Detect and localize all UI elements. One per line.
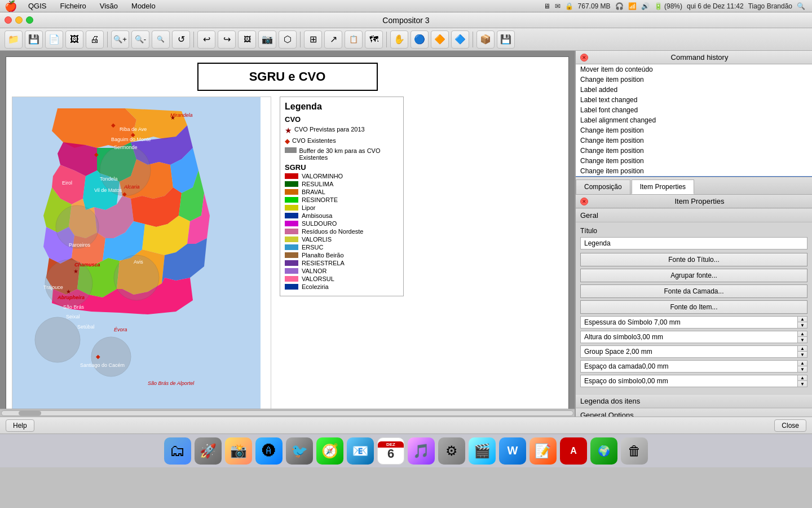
menu-visao[interactable]: Visão [98, 2, 120, 10]
list-item[interactable]: Label added [576, 85, 812, 95]
canvas-area[interactable]: SGRU e CVO [0, 51, 575, 417]
altura-simbolo-spinner[interactable]: ▲ ▼ [798, 331, 807, 343]
menu-modelo[interactable]: Modelo [129, 2, 158, 10]
close-button[interactable] [5, 16, 12, 24]
list-item[interactable]: Change item position [576, 75, 812, 85]
redo-button[interactable]: ↪ [218, 30, 236, 49]
dock-pages[interactable]: 📝 [529, 437, 557, 465]
shape-button[interactable]: ⬡ [279, 30, 297, 49]
spinner-down[interactable]: ▼ [798, 366, 807, 372]
arrow-button[interactable]: ↗ [324, 30, 342, 49]
save-button[interactable]: 💾 [25, 30, 43, 49]
spinner-up[interactable]: ▲ [798, 375, 807, 381]
dock-birdfeed[interactable]: 🐦 [286, 437, 313, 465]
refresh-button[interactable]: ↺ [172, 30, 190, 49]
pan-button[interactable]: ✋ [390, 30, 408, 49]
fonte-titulo-button[interactable]: Fonte do Título... [580, 253, 807, 266]
minimize-button[interactable] [15, 16, 23, 24]
spinner-up[interactable]: ▲ [798, 317, 807, 322]
command-history-list[interactable]: Mover item do conteúdo Change item posit… [576, 64, 812, 177]
select-button[interactable]: 🔵 [411, 30, 429, 49]
dock-photos[interactable]: 📸 [225, 437, 252, 465]
agrupar-fonte-button[interactable]: Agrupar fonte... [580, 269, 807, 282]
legenda-itens-section-header[interactable]: Legenda dos itens [576, 394, 812, 408]
map-button[interactable]: 🗺 [365, 30, 383, 49]
dock-acrobat[interactable]: A [560, 437, 587, 465]
list-item[interactable]: Change item position [576, 166, 812, 176]
legend-item: BRAVAL [285, 189, 399, 195]
menu-ficheiro[interactable]: Ficheiro [58, 2, 89, 10]
espessura-simbolo-input[interactable]: Espessura do Símbolo 7,00 mm [580, 316, 798, 329]
spinner-down[interactable]: ▼ [798, 337, 807, 343]
close-button[interactable]: Close [774, 419, 806, 432]
espaco-camada-spinner[interactable]: ▲ ▼ [798, 360, 807, 373]
tab-composicao[interactable]: Composição [576, 179, 630, 194]
espaco-camada-input[interactable]: Espaço da camada0,00 mm [580, 360, 798, 373]
resize-button[interactable]: 🔷 [451, 30, 469, 49]
export-button[interactable]: 💾 [497, 30, 515, 49]
espaco-simbolo-spinner[interactable]: ▲ ▼ [798, 375, 807, 387]
dock-safari[interactable]: 🧭 [316, 437, 343, 465]
espessura-simbolo-spinner[interactable]: ▲ ▼ [798, 316, 807, 329]
general-options-section-header[interactable]: General Options [576, 408, 812, 417]
dock-appstore[interactable]: 🅐 [255, 437, 283, 465]
group-space-spinner[interactable]: ▲ ▼ [798, 345, 807, 358]
dock-word[interactable]: W [499, 437, 526, 465]
list-item[interactable]: Label alignment changed [576, 115, 812, 125]
group-button[interactable]: 📦 [476, 30, 495, 49]
screenshot-button[interactable]: 📷 [258, 30, 276, 49]
list-item[interactable]: Change item position [576, 156, 812, 166]
tab-item-properties[interactable]: Item Properties [632, 179, 694, 194]
menu-qgis[interactable]: QGIS [26, 2, 49, 10]
fonte-camada-button[interactable]: Fonte da Camada... [580, 284, 807, 298]
move-button[interactable]: 🔶 [431, 30, 449, 49]
spinner-up[interactable]: ▲ [798, 346, 807, 352]
dock-quicktime[interactable]: 🎬 [469, 437, 496, 465]
altura-simbolo-input[interactable]: Altura do símbolo3,00 mm [580, 331, 798, 343]
list-item[interactable]: Change item position [576, 146, 812, 156]
espaco-simbolo-input[interactable]: Espaço do símbolo0,00 mm [580, 375, 798, 387]
scrollbar-thumb[interactable] [19, 411, 41, 415]
print-button[interactable]: 🖨 [86, 30, 104, 49]
geral-section-header[interactable]: Geral [576, 208, 812, 222]
list-item[interactable]: Label text changed [576, 95, 812, 105]
apple-menu[interactable]: 🍎 [5, 0, 17, 12]
list-item[interactable]: Change item position [576, 125, 812, 135]
spinner-up[interactable]: ▲ [798, 361, 807, 366]
zoom-in-button[interactable]: 🔍+ [111, 30, 129, 49]
print-pdf-button[interactable]: 📄 [45, 30, 63, 49]
dock-launchpad[interactable]: 🚀 [195, 437, 222, 465]
export-image-button[interactable]: 🖼 [65, 30, 83, 49]
open-button[interactable]: 📁 [5, 30, 23, 49]
spinner-down[interactable]: ▼ [798, 381, 807, 387]
legend-button[interactable]: 📋 [345, 30, 363, 49]
zoom-fit-button[interactable]: 🔍 [152, 30, 170, 49]
dock-settings[interactable]: ⚙ [438, 437, 465, 465]
table-button[interactable]: ⊞ [304, 30, 322, 49]
command-history-close[interactable]: ✕ [580, 54, 588, 62]
dock-finder[interactable]: 🗂 [164, 437, 191, 465]
maximize-button[interactable] [26, 16, 33, 24]
titulo-input[interactable] [580, 237, 807, 249]
map-title: SGRU e CVO [197, 63, 378, 91]
spinner-down[interactable]: ▼ [798, 352, 807, 357]
fonte-item-button[interactable]: Fonte do Item... [580, 300, 807, 314]
list-item[interactable]: Mover item do conteúdo [576, 64, 812, 75]
group-space-input[interactable]: Group Space 2,00 mm [580, 345, 798, 358]
zoom-out-button[interactable]: 🔍- [131, 30, 149, 49]
dock-calendar[interactable]: DEZ 6 [377, 437, 404, 465]
dock-itunes[interactable]: 🎵 [408, 437, 435, 465]
list-item[interactable]: Label font changed [576, 105, 812, 115]
horizontal-scrollbar[interactable] [0, 409, 575, 417]
help-button[interactable]: Help [6, 419, 34, 432]
dock-qgis[interactable]: 🌍 [590, 437, 617, 465]
dock-trash[interactable]: 🗑 [621, 437, 648, 465]
spinner-down[interactable]: ▼ [798, 322, 807, 328]
spinner-up[interactable]: ▲ [798, 331, 807, 337]
add-image-button[interactable]: 🖼 [238, 30, 256, 49]
dock-mail[interactable]: 📧 [347, 437, 374, 465]
item-properties-close[interactable]: ✕ [580, 198, 588, 205]
svg-point-5 [35, 317, 80, 362]
list-item[interactable]: Change item position [576, 135, 812, 146]
undo-button[interactable]: ↩ [197, 30, 215, 49]
